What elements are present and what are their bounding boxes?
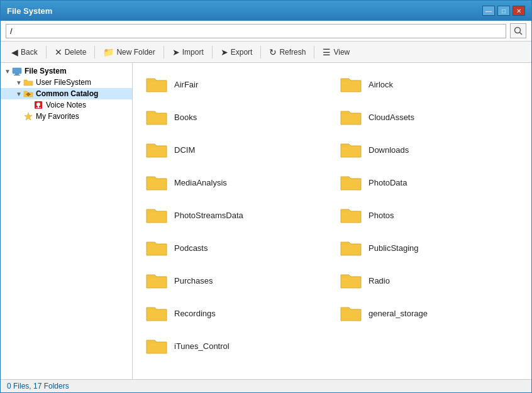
titlebar: File System — □ ✕ (1, 1, 531, 21)
sidebar: ▼ File System ▼ User FileSystem ▼ (1, 63, 133, 379)
file-item[interactable]: Downloads (332, 133, 526, 166)
folder-icon (145, 336, 168, 356)
toolbar-separator-3 (163, 46, 164, 58)
minimize-button[interactable]: — (482, 6, 495, 16)
close-button[interactable]: ✕ (513, 6, 525, 16)
view-button[interactable]: ☰ View (317, 45, 355, 60)
back-button[interactable]: ◀ Back (6, 45, 43, 60)
filename: iTunes_Control (174, 341, 230, 351)
window-title: File System (7, 6, 52, 16)
filename: PublicStaging (369, 243, 419, 253)
filename: Podcasts (174, 243, 208, 253)
file-item[interactable]: DCIM (138, 133, 332, 166)
export-button[interactable]: ➤ Export (215, 45, 258, 60)
folder-network-icon (23, 89, 33, 98)
folder-icon (340, 270, 362, 291)
search-button[interactable] (510, 23, 526, 38)
folder-icon (340, 303, 362, 323)
filename: PhotoStreamsData (174, 211, 243, 220)
filename: CloudAssets (369, 113, 414, 122)
filename: Photos (369, 211, 394, 220)
file-item[interactable]: Purchases (138, 264, 332, 297)
svg-rect-4 (14, 75, 20, 75)
filename: general_storage (369, 309, 428, 318)
folder-icon (145, 172, 168, 192)
sidebar-item-user-filesystem[interactable]: ▼ User FileSystem (1, 77, 132, 88)
folder-icon (340, 172, 362, 192)
folder-icon (340, 238, 362, 258)
filename: Purchases (174, 276, 213, 285)
file-item[interactable]: Podcasts (138, 231, 332, 264)
svg-rect-10 (38, 106, 39, 108)
refresh-button[interactable]: ↻ Refresh (263, 45, 311, 60)
svg-marker-12 (25, 113, 32, 120)
file-item[interactable]: PhotoData (332, 166, 526, 199)
folder-icon (145, 238, 168, 258)
import-button[interactable]: ➤ Import (167, 45, 209, 60)
file-item[interactable]: Radio (332, 264, 526, 297)
file-item[interactable]: PhotoStreamsData (138, 199, 332, 231)
folder-icon (340, 74, 362, 94)
sidebar-item-common-catalog[interactable]: ▼ Common Catalog (1, 88, 132, 99)
toolbar-separator-1 (46, 46, 47, 58)
folder-icon (340, 107, 362, 127)
main-window: File System — □ ✕ ◀ Back ✕ Delete 📁 (0, 0, 532, 393)
svg-rect-3 (15, 74, 19, 75)
file-item[interactable]: Airlock (332, 68, 526, 101)
filename: Recordings (174, 309, 216, 318)
filename: MediaAnalysis (174, 178, 227, 187)
file-item[interactable]: CloudAssets (332, 101, 526, 133)
folder-icon (340, 205, 362, 225)
status-text: 0 Files, 17 Folders (7, 382, 69, 390)
file-item[interactable]: Recordings (138, 297, 332, 329)
new-folder-icon: 📁 (103, 47, 114, 57)
refresh-icon: ↻ (269, 47, 277, 57)
folder-icon (145, 140, 168, 160)
filename: PhotoData (369, 178, 407, 187)
delete-button[interactable]: ✕ Delete (49, 45, 92, 60)
addressbar (1, 21, 531, 42)
filename: DCIM (174, 145, 195, 155)
svg-point-0 (515, 28, 521, 33)
toolbar-separator-6 (314, 46, 314, 58)
file-grid: AirFair Airlock Books CloudAssets DCIM (138, 68, 526, 362)
sidebar-label-common-catalog: Common Catalog (36, 89, 98, 98)
svg-line-1 (520, 33, 523, 35)
voice-notes-icon (33, 101, 43, 109)
favorites-star-icon (23, 112, 33, 121)
file-item[interactable]: general_storage (332, 297, 526, 329)
svg-rect-11 (36, 108, 41, 108)
folder-icon (145, 74, 168, 94)
file-item[interactable]: iTunes_Control (138, 329, 332, 362)
file-area: AirFair Airlock Books CloudAssets DCIM (133, 63, 531, 379)
folder-icon (145, 303, 168, 323)
sidebar-label-file-system: File System (25, 67, 67, 75)
filename: Downloads (369, 145, 409, 155)
window-controls: — □ ✕ (482, 6, 525, 16)
file-item[interactable]: Photos (332, 199, 526, 231)
sidebar-item-file-system[interactable]: ▼ File System (1, 65, 132, 77)
file-item[interactable]: PublicStaging (332, 231, 526, 264)
filename: AirFair (174, 80, 198, 89)
computer-icon (12, 67, 22, 75)
toolbar-separator-5 (260, 46, 261, 58)
file-item[interactable]: AirFair (138, 68, 332, 101)
sidebar-label-voice-notes: Voice Notes (46, 101, 86, 109)
maximize-button[interactable]: □ (497, 6, 510, 16)
file-item[interactable]: MediaAnalysis (138, 166, 332, 199)
sidebar-item-my-favorites[interactable]: My Favorites (1, 111, 132, 122)
export-icon: ➤ (221, 47, 228, 57)
file-item[interactable]: Books (138, 101, 332, 133)
address-input[interactable] (6, 24, 506, 38)
filename: Radio (369, 276, 390, 285)
toolbar-separator-4 (212, 46, 213, 58)
import-icon: ➤ (172, 47, 180, 57)
new-folder-button[interactable]: 📁 New Folder (97, 45, 160, 60)
folder-icon (145, 205, 168, 225)
sidebar-item-voice-notes[interactable]: Voice Notes (1, 99, 132, 111)
folder-icon (145, 107, 168, 127)
toolbar: ◀ Back ✕ Delete 📁 New Folder ➤ Import ➤ … (1, 42, 531, 63)
statusbar: 0 Files, 17 Folders (1, 379, 531, 392)
folder-user-icon (23, 78, 33, 87)
svg-rect-9 (36, 102, 40, 106)
